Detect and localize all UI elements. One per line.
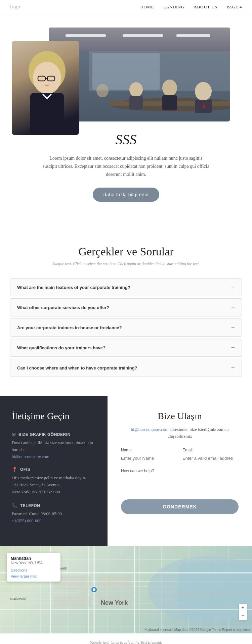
map-view-larger-link[interactable]: View larger map bbox=[11, 574, 56, 578]
contact-phone-item: 📞 TELEFON Pazartesi-Cuma 08:00-05:00 +1(… bbox=[12, 503, 96, 524]
contact-right-title: Bize Ulaşın bbox=[121, 411, 239, 422]
contact-right-desc: hi@ourcompany.com adresinden bize istedi… bbox=[121, 426, 239, 439]
nav-link-landing[interactable]: LANDING bbox=[163, 4, 184, 10]
contact-left-title: İletişime Geçin bbox=[12, 411, 96, 422]
faq-plus-2: + bbox=[231, 304, 235, 311]
name-form-group: Name bbox=[121, 448, 177, 463]
navigation: logo HOME LANDING ABOUT US PAGE 4 bbox=[0, 0, 252, 14]
faq-plus-4: + bbox=[231, 344, 235, 351]
hero-image-container bbox=[12, 28, 240, 121]
contact-office-header: 📍 OFIS bbox=[12, 467, 96, 473]
faq-subtitle: Sample text. Click to select the text bo… bbox=[10, 261, 242, 266]
contact-phone-header: 📞 TELEFON bbox=[12, 503, 96, 508]
phone-icon: 📞 bbox=[12, 503, 17, 508]
hero-text-area: SSS Lorem ipsum dolor sit amet, consecte… bbox=[42, 132, 210, 202]
svg-rect-37 bbox=[97, 576, 131, 590]
hero-description: Lorem ipsum dolor sit amet, consectetur … bbox=[42, 154, 210, 178]
faq-plus-5: + bbox=[231, 364, 235, 371]
faq-title: Gerçekler ve Sorular bbox=[10, 245, 242, 258]
svg-point-14 bbox=[129, 82, 143, 97]
map-zoom-controls: + − bbox=[239, 604, 247, 620]
svg-rect-5 bbox=[176, 34, 210, 37]
contact-form-row1: Name Email bbox=[121, 448, 239, 463]
nav-link-page4[interactable]: PAGE 4 bbox=[226, 4, 242, 10]
svg-text:New York: New York bbox=[101, 599, 128, 606]
svg-text:Maplewood: Maplewood bbox=[10, 597, 26, 600]
contact-right-email-link[interactable]: hi@ourcompany.com bbox=[131, 427, 169, 432]
contact-phone-title: TELEFON bbox=[20, 503, 40, 508]
faq-item-3[interactable]: Are your corporate trainers in-house or … bbox=[10, 318, 242, 337]
map-background: New York Newark Maplewood Manhattan New … bbox=[0, 546, 252, 633]
hero-cta-button[interactable]: daha fazla bilgi edin bbox=[93, 188, 159, 202]
contact-office-item: 📍 OFIS Ofis merkezimize gelin ve merhaba… bbox=[12, 467, 96, 495]
logo: logo bbox=[10, 4, 20, 10]
svg-rect-3 bbox=[66, 34, 106, 37]
svg-rect-15 bbox=[129, 96, 143, 110]
portrait-svg bbox=[12, 41, 79, 135]
submit-button[interactable]: GÖNDERMEK bbox=[121, 499, 239, 514]
nav-link-about[interactable]: ABOUT US bbox=[194, 4, 217, 10]
svg-point-12 bbox=[162, 80, 177, 96]
hero-overlay-portrait bbox=[12, 41, 79, 135]
email-input[interactable] bbox=[182, 454, 239, 463]
help-label: How can we help? bbox=[121, 468, 239, 473]
contact-phone-link[interactable]: +1(555) 000-000 bbox=[12, 518, 42, 523]
map-zoom-in-button[interactable]: + bbox=[239, 604, 247, 612]
map-popup-title: Manhattan bbox=[11, 556, 56, 561]
contact-section: İletişime Geçin ✉ BIZE GRAFIK GÖNDERIN D… bbox=[0, 396, 252, 546]
email-icon: ✉ bbox=[12, 432, 16, 437]
email-label: Email bbox=[182, 448, 239, 452]
footer: Sample text. Click to select the Text El… bbox=[0, 633, 252, 644]
svg-rect-36 bbox=[54, 596, 91, 606]
nav-links: HOME LANDING ABOUT US PAGE 4 bbox=[140, 4, 242, 10]
contact-email-item: ✉ BIZE GRAFIK GÖNDERIN Dost canlısı ekib… bbox=[12, 432, 96, 459]
svg-point-10 bbox=[195, 82, 212, 101]
faq-plus-3: + bbox=[231, 324, 235, 331]
map-zoom-out-button[interactable]: − bbox=[239, 612, 247, 620]
svg-point-40 bbox=[93, 588, 95, 591]
map-attribution: Keyboard shortcuts Map data ©2024 Google… bbox=[144, 628, 250, 632]
faq-plus-1: + bbox=[231, 284, 235, 291]
contact-right-desc-text: adresinden bize istediğiniz zaman ulaşab… bbox=[168, 427, 229, 439]
faq-question-4: What qualifications do your trainers hav… bbox=[17, 345, 106, 350]
faq-question-3: Are your corporate trainers in-house or … bbox=[17, 325, 122, 330]
faq-question-1: What are the main features of your corpo… bbox=[17, 285, 130, 290]
faq-item-5[interactable]: Can I choose where and when to have corp… bbox=[10, 359, 242, 377]
contact-right-panel: Bize Ulaşın hi@ourcompany.com adresinden… bbox=[108, 396, 252, 546]
map-section: New York Newark Maplewood Manhattan New … bbox=[0, 546, 252, 633]
faq-item-4[interactable]: What qualifications do your trainers hav… bbox=[10, 339, 242, 357]
location-icon: 📍 bbox=[12, 467, 17, 473]
nav-link-home[interactable]: HOME bbox=[140, 4, 154, 10]
svg-point-16 bbox=[96, 84, 109, 97]
footer-text: Sample text. Click to select the Text El… bbox=[90, 640, 162, 644]
map-popup-address: New York, NY, USA bbox=[11, 561, 56, 565]
contact-left-panel: İletişime Geçin ✉ BIZE GRAFIK GÖNDERIN D… bbox=[0, 396, 108, 546]
contact-email-title: BIZE GRAFIK GÖNDERIN bbox=[18, 432, 71, 437]
faq-question-5: Can I choose where and when to have corp… bbox=[17, 365, 137, 370]
contact-phone-text: Pazartesi-Cuma 08:00-05:00 bbox=[12, 510, 96, 517]
contact-email-header: ✉ BIZE GRAFIK GÖNDERIN bbox=[12, 432, 96, 437]
help-textarea[interactable] bbox=[121, 475, 239, 491]
name-input[interactable] bbox=[121, 454, 177, 463]
hero-section: SSS Lorem ipsum dolor sit amet, consecte… bbox=[0, 14, 252, 222]
faq-section: Gerçekler ve Sorular Sample text. Click … bbox=[0, 222, 252, 396]
contact-email-text: Dost canlısı ekibimiz size yardımcı olma… bbox=[12, 439, 96, 453]
contact-office-text: Ofis merkezimize gelin ve merhaba deyin.… bbox=[12, 475, 96, 495]
svg-rect-13 bbox=[162, 95, 177, 110]
map-directions-link[interactable]: Directions bbox=[11, 568, 27, 572]
faq-item-1[interactable]: What are the main features of your corpo… bbox=[10, 278, 242, 296]
name-label: Name bbox=[121, 448, 177, 452]
contact-office-title: OFIS bbox=[20, 467, 30, 472]
svg-rect-4 bbox=[123, 34, 163, 37]
contact-email-link[interactable]: hi@ourcompany.com bbox=[12, 454, 49, 459]
faq-question-2: What other corporate services do you off… bbox=[17, 305, 109, 310]
email-form-group: Email bbox=[182, 448, 239, 463]
map-popup: Manhattan New York, NY, USA Directions V… bbox=[7, 553, 60, 582]
faq-item-2[interactable]: What other corporate services do you off… bbox=[10, 298, 242, 316]
